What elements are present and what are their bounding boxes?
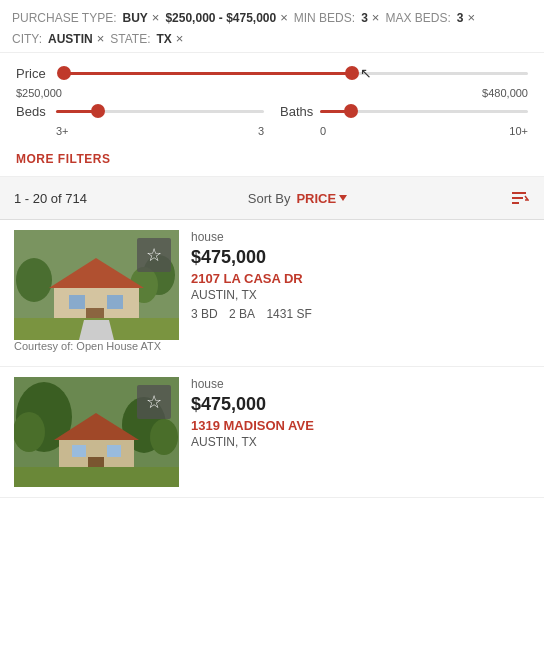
price-slider-row: Price ↖	[16, 63, 528, 83]
min-beds-tag: MIN BEDS: 3 ×	[294, 10, 380, 25]
price-slider-track[interactable]: ↖	[64, 63, 528, 83]
listing-inner-1: ☆ house $475,000 2107 LA CASA DR AUSTIN,…	[14, 230, 530, 340]
max-beds-value: 3	[457, 11, 464, 25]
price-range-remove[interactable]: ×	[280, 10, 288, 25]
state-remove[interactable]: ×	[176, 31, 184, 46]
beds-baths-row: Beds 3+ 3 Baths	[16, 101, 528, 137]
state-value: TX	[157, 32, 172, 46]
listing-card-1: ☆ house $475,000 2107 LA CASA DR AUSTIN,…	[0, 220, 544, 367]
listing-image-wrapper-2: ☆	[14, 377, 179, 487]
price-thumb-high[interactable]	[345, 66, 359, 80]
svg-rect-10	[107, 295, 123, 309]
sort-value-text: PRICE	[296, 191, 336, 206]
baths-slider-track[interactable]	[320, 101, 528, 121]
purchase-type-tag: PURCHASE TYPE: BUY ×	[12, 10, 159, 25]
city-tag: CITY: AUSTIN ×	[12, 31, 104, 46]
baths-values: 0 10+	[280, 125, 528, 137]
listing-baths-1: 2 BA	[229, 307, 255, 321]
price-fill	[64, 72, 352, 75]
max-beds-tag: MAX BEDS: 3 ×	[385, 10, 475, 25]
listing-type-2: house	[191, 377, 530, 391]
price-max: $480,000	[482, 87, 528, 99]
results-header: 1 - 20 of 714 Sort By PRICE	[0, 177, 544, 220]
listing-city-2: AUSTIN, TX	[191, 435, 530, 449]
beds-values: 3+ 3	[16, 125, 264, 137]
city-remove[interactable]: ×	[97, 31, 105, 46]
listing-card-2: ☆ house $475,000 1319 MADISON AVE AUSTIN…	[0, 367, 544, 498]
listing-sqft-1: 1431 SF	[266, 307, 311, 321]
baths-track-bg	[320, 110, 528, 113]
beds-min: 3+	[56, 125, 69, 137]
sort-order-icon[interactable]	[508, 187, 530, 209]
sort-label: Sort By	[248, 191, 291, 206]
baths-max: 10+	[509, 125, 528, 137]
baths-slider-block: Baths 0 10+	[272, 101, 528, 137]
baths-inner-row: Baths	[280, 101, 528, 121]
results-count: 1 - 20 of 714	[14, 191, 87, 206]
more-filters-button[interactable]: MORE FILTERS	[16, 152, 110, 166]
baths-min: 0	[320, 125, 326, 137]
price-thumb-low[interactable]	[57, 66, 71, 80]
beds-label: Beds	[16, 104, 56, 119]
sort-chevron-icon	[339, 195, 347, 201]
listing-price-2: $475,000	[191, 394, 530, 415]
svg-rect-22	[107, 445, 121, 457]
favorite-button-2[interactable]: ☆	[137, 385, 171, 419]
favorite-button-1[interactable]: ☆	[137, 238, 171, 272]
listing-beds-1: 3 BD	[191, 307, 218, 321]
beds-thumb[interactable]	[91, 104, 105, 118]
svg-point-4	[16, 258, 52, 302]
svg-rect-21	[72, 445, 86, 457]
min-beds-value: 3	[361, 11, 368, 25]
svg-point-18	[150, 419, 178, 455]
price-values: $250,000 $480,000	[16, 87, 528, 99]
listing-info-1: house $475,000 2107 LA CASA DR AUSTIN, T…	[191, 230, 530, 321]
beds-track-bg	[56, 110, 264, 113]
beds-max: 3	[258, 125, 264, 137]
max-beds-remove[interactable]: ×	[467, 10, 475, 25]
sort-value[interactable]: PRICE	[296, 191, 347, 206]
listing-details-1: 3 BD 2 BA 1431 SF	[191, 307, 530, 321]
listing-address-2[interactable]: 1319 MADISON AVE	[191, 418, 530, 433]
price-range-value: $250,000 - $475,000	[165, 11, 276, 25]
price-min: $250,000	[16, 87, 62, 99]
baths-thumb[interactable]	[344, 104, 358, 118]
svg-rect-24	[14, 467, 179, 487]
listing-info-2: house $475,000 1319 MADISON AVE AUSTIN, …	[191, 377, 530, 454]
sort-by-section: Sort By PRICE	[248, 191, 347, 206]
svg-point-16	[14, 412, 45, 452]
baths-label: Baths	[280, 104, 320, 119]
filter-tags-bar: PURCHASE TYPE: BUY × $250,000 - $475,000…	[0, 0, 544, 53]
beds-slider-track[interactable]	[56, 101, 264, 121]
sliders-section: Price ↖ $250,000 $480,000 Beds	[0, 53, 544, 143]
listing-image-wrapper-1: ☆	[14, 230, 179, 340]
listing-price-1: $475,000	[191, 247, 530, 268]
beds-inner-row: Beds	[16, 101, 264, 121]
price-range-tag: $250,000 - $475,000 ×	[165, 10, 287, 25]
state-tag: STATE: TX ×	[110, 31, 183, 46]
price-track-bg: ↖	[64, 72, 528, 75]
beds-slider-block: Beds 3+ 3	[16, 101, 272, 137]
min-beds-remove[interactable]: ×	[372, 10, 380, 25]
purchase-type-remove[interactable]: ×	[152, 10, 160, 25]
more-filters-section: MORE FILTERS	[0, 143, 544, 177]
city-value: AUSTIN	[48, 32, 93, 46]
cursor-indicator: ↖	[360, 65, 372, 81]
svg-marker-13	[79, 320, 114, 340]
listing-type-1: house	[191, 230, 530, 244]
purchase-type-value: BUY	[122, 11, 147, 25]
svg-rect-9	[69, 295, 85, 309]
listing-inner-2: ☆ house $475,000 1319 MADISON AVE AUSTIN…	[14, 377, 530, 487]
listing-city-1: AUSTIN, TX	[191, 288, 530, 302]
listing-address-1[interactable]: 2107 LA CASA DR	[191, 271, 530, 286]
